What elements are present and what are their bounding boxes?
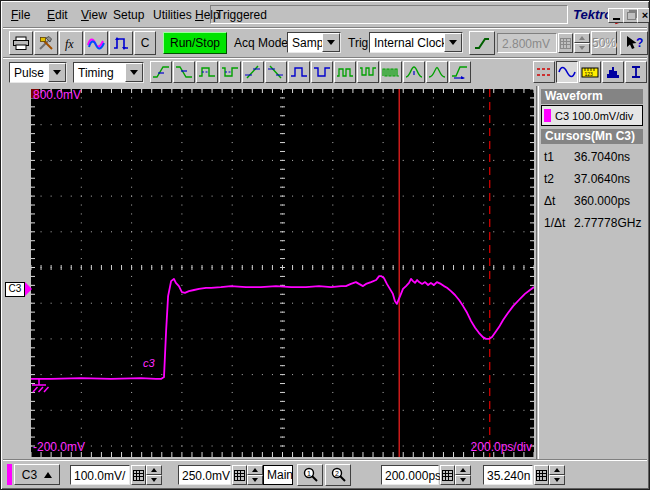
horizontal-position-spinner[interactable] <box>549 465 565 485</box>
meas-pos-duty-button[interactable] <box>334 61 356 83</box>
cursor-1[interactable] <box>398 89 401 457</box>
measure-readout-button[interactable]: 123 <box>579 61 601 83</box>
spin-down-icon[interactable] <box>247 475 263 485</box>
channel-marker[interactable]: C3 <box>5 282 32 297</box>
meas-fall-button[interactable] <box>173 61 195 83</box>
meas-pos-width-button[interactable] <box>196 61 218 83</box>
print-button[interactable] <box>9 31 33 55</box>
trig-source-select[interactable]: Internal Clock <box>369 32 463 53</box>
vertical-bottom-label: -200.0mV <box>33 441 85 454</box>
minimize-button[interactable] <box>608 8 624 23</box>
vertical-offset-field[interactable]: 250.0mV <box>178 465 231 485</box>
meas-neg-width-button[interactable] <box>219 61 241 83</box>
channel-select-button[interactable]: C3 <box>14 464 60 485</box>
math-button[interactable]: fx <box>59 31 83 55</box>
chevron-down-icon[interactable] <box>125 63 143 82</box>
zoom-1-button[interactable]: 1 <box>297 464 323 486</box>
spin-up-icon[interactable] <box>574 33 590 43</box>
close-button[interactable]: × <box>637 8 650 23</box>
chevron-down-icon[interactable] <box>322 33 340 52</box>
spin-down-icon[interactable] <box>549 475 565 485</box>
zoom-2-button[interactable]: 2 <box>325 464 351 486</box>
menu-view[interactable]: View <box>81 8 107 22</box>
acq-mode-label: Acq Mode <box>234 36 288 50</box>
math-fx-icon: fx <box>62 36 80 51</box>
horizontal-scale-field[interactable]: 200.000ps <box>381 465 439 485</box>
titlebar: File Edit View Setup Utilities Help Trig… <box>3 3 647 27</box>
keypad-icon <box>560 38 571 49</box>
meas-neg-pulse-button[interactable] <box>311 61 333 83</box>
acq-mode-select[interactable]: Sample <box>287 32 341 53</box>
trig-level-field[interactable]: 2.800mV <box>497 33 557 53</box>
trig-slope-button[interactable] <box>469 31 495 55</box>
menu-edit[interactable]: Edit <box>47 8 68 22</box>
waveform-mode-button[interactable] <box>556 61 578 83</box>
waveform-item-label: C3 100.0mV/div <box>555 110 633 122</box>
meas-rise-time-button[interactable] <box>242 61 264 83</box>
meas-delay-icon <box>451 65 469 79</box>
vertical-scale-keypad-button[interactable] <box>131 465 146 485</box>
spin-up-icon[interactable] <box>549 465 565 475</box>
menu-utilities[interactable]: Utilities <box>153 8 192 22</box>
meas-fall-time-button[interactable] <box>265 61 287 83</box>
vertical-offset-keypad-button[interactable] <box>232 465 247 485</box>
run-stop-button[interactable]: Run/Stop <box>163 32 227 54</box>
waveform-database-button[interactable] <box>84 31 108 55</box>
spin-up-icon[interactable] <box>247 465 263 475</box>
restore-icon <box>627 12 636 20</box>
cursors-mode-button[interactable] <box>533 61 555 83</box>
meas-burst-button[interactable] <box>380 61 402 83</box>
context-help-button[interactable]: ? <box>620 31 648 55</box>
meas-pos-pulse-button[interactable] <box>288 61 310 83</box>
meas-pos-overshoot-button[interactable] <box>403 61 425 83</box>
spin-down-icon[interactable] <box>574 43 590 53</box>
meas-burst-icon <box>382 65 400 79</box>
menu-file[interactable]: File <box>11 8 30 22</box>
menu-setup[interactable]: Setup <box>113 8 144 22</box>
chevron-down-icon[interactable] <box>48 63 66 82</box>
set-level-50-button[interactable]: 50% <box>591 31 617 55</box>
horizontal-position-keypad-button[interactable] <box>534 465 549 485</box>
horizontal-scale-keypad-button[interactable] <box>440 465 455 485</box>
readout-inverse-dt-value: 2.77778GHz <box>574 216 641 230</box>
histogram-mode-button[interactable] <box>602 61 624 83</box>
ground-reference-icon <box>31 377 51 401</box>
timebase-scale-label: 200.0ps/div <box>471 441 532 454</box>
cursor-2[interactable] <box>488 89 491 457</box>
spin-up-icon[interactable] <box>146 465 162 475</box>
trig-level-spinner[interactable] <box>574 33 590 53</box>
meas-category-select[interactable]: Pulse <box>9 62 67 83</box>
vertical-histogram-button[interactable] <box>625 61 647 83</box>
keypad-icon <box>442 470 453 481</box>
meas-pos-overshoot-icon <box>405 65 423 79</box>
meas-class-select[interactable]: Timing <box>73 62 144 83</box>
trig-level-keypad-button[interactable] <box>558 33 573 53</box>
autoset-button[interactable] <box>109 31 133 55</box>
utilities-tools-button[interactable] <box>34 31 58 55</box>
readout-panel: Waveform C3 100.0mV/div Cursors(Mn C3) t… <box>538 86 645 460</box>
meas-neg-pulse-icon <box>313 65 331 79</box>
meas-neg-duty-button[interactable] <box>357 61 379 83</box>
horizontal-scale-spinner[interactable] <box>455 465 471 485</box>
vertical-scale-spinner[interactable] <box>146 465 162 485</box>
trigger-status: Triggered <box>210 5 568 24</box>
meas-pos-pulse-icon <box>290 65 308 79</box>
minimize-icon <box>613 18 620 20</box>
vertical-offset-spinner[interactable] <box>247 465 263 485</box>
meas-rise-time-icon <box>244 65 262 79</box>
cursors-icon <box>535 65 553 79</box>
chevron-up-icon <box>44 472 52 478</box>
meas-rise-button[interactable] <box>150 61 172 83</box>
spin-down-icon[interactable] <box>146 475 162 485</box>
horizontal-position-field[interactable]: 35.240n <box>483 465 533 485</box>
meas-neg-overshoot-button[interactable] <box>426 61 448 83</box>
meas-neg-duty-icon <box>359 65 377 79</box>
meas-delay-button[interactable] <box>449 61 471 83</box>
waveform-list-item[interactable]: C3 100.0mV/div <box>541 105 643 126</box>
spin-up-icon[interactable] <box>455 465 471 475</box>
clear-data-button[interactable]: C <box>134 31 156 55</box>
chevron-down-icon[interactable] <box>444 33 462 52</box>
meas-fall-icon <box>175 65 193 79</box>
spin-down-icon[interactable] <box>455 475 471 485</box>
vertical-scale-field[interactable]: 100.0mV/ <box>70 465 130 485</box>
